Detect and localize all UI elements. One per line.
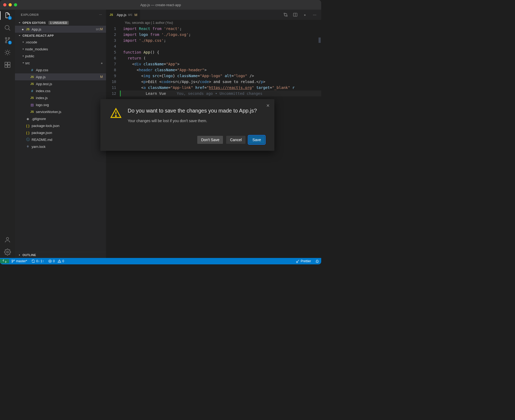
code-line: function App() { <box>120 49 321 55</box>
activity-extensions[interactable] <box>4 61 11 69</box>
scm-badge: 1 <box>8 41 12 44</box>
svg-point-12 <box>284 13 285 14</box>
tree-folder[interactable]: src● <box>15 59 106 66</box>
code-line: import logo from './logo.svg'; <box>120 32 321 38</box>
svg-point-2 <box>8 38 10 39</box>
activity-debug[interactable] <box>4 49 11 56</box>
tab-more[interactable]: ⋯ <box>312 12 317 18</box>
open-editor-name: App.js <box>32 27 94 31</box>
line-number: 9 <box>106 73 116 79</box>
sync-status[interactable]: 0↓ 1↑ <box>29 259 46 263</box>
modified-badge: M <box>100 75 103 79</box>
svg-point-11 <box>7 251 9 253</box>
activity-search[interactable] <box>4 24 11 32</box>
line-number: 2 <box>106 32 116 38</box>
line-number: 12 <box>106 91 116 96</box>
code-line: import React from 'react'; <box>120 26 321 32</box>
sync-icon <box>31 259 35 263</box>
tree-file[interactable]: JSApp.jsM <box>15 73 106 80</box>
tree-file[interactable]: JSindex.js <box>15 94 106 101</box>
save-dialog: Do you want to save the changes you made… <box>100 99 274 151</box>
chevron-down-icon <box>21 61 25 65</box>
svg-point-0 <box>5 25 9 29</box>
code-line: return ( <box>120 55 321 61</box>
remote-icon <box>2 259 7 263</box>
line-number: 6 <box>106 55 116 61</box>
outline-label: OUTLINE <box>22 253 36 257</box>
line-number: 11 <box>106 85 116 91</box>
tree-folder[interactable]: .vscode <box>15 39 106 46</box>
tab-dirty-indicator[interactable]: ● <box>302 12 308 18</box>
tree-label: index.js <box>36 96 103 100</box>
tree-file[interactable]: JSApp.test.js <box>15 80 106 87</box>
close-icon <box>266 104 270 107</box>
line-number: 4 <box>106 43 116 49</box>
open-editor-item[interactable]: ●JSApp.jssrcM <box>15 26 106 33</box>
code-line: <a className="App-link" href="https://re… <box>120 85 321 91</box>
dont-save-button[interactable]: Don't Save <box>197 136 223 144</box>
js-icon: JS <box>25 28 31 31</box>
tree-file[interactable]: #App.css <box>15 66 106 73</box>
project-name: CREATE-REACT-APP <box>22 34 54 37</box>
js-icon: JS <box>110 13 113 16</box>
open-editors-header[interactable]: OPEN EDITORS 1 UNSAVED <box>15 20 106 26</box>
tree-file[interactable]: ⓘREADME.md <box>15 136 106 143</box>
activity-account[interactable] <box>4 236 11 243</box>
tree-file[interactable]: { }package-lock.json <box>15 122 106 129</box>
activity-explorer[interactable]: 1 <box>4 12 11 19</box>
tree-folder[interactable]: public <box>15 52 106 59</box>
code-line: <img src={logo} className="App-logo" alt… <box>120 73 321 79</box>
tree-label: public <box>25 54 103 58</box>
notifications[interactable] <box>313 259 321 263</box>
svg-point-23 <box>59 262 59 262</box>
svg-rect-9 <box>8 62 10 65</box>
prettier-status[interactable]: Prettier <box>294 259 313 263</box>
sidebar-more[interactable]: ⋯ <box>99 13 102 17</box>
css-icon: # <box>29 68 35 72</box>
tree-file[interactable]: ◈.gitignore <box>15 115 106 122</box>
compare-changes-button[interactable] <box>283 12 289 18</box>
tree-label: index.css <box>36 89 103 93</box>
problems[interactable]: 0 0 <box>46 259 66 263</box>
js-icon: JS <box>29 82 35 85</box>
split-editor-button[interactable] <box>292 12 298 18</box>
tree-label: serviceWorker.js <box>36 110 103 114</box>
editor-tab-appjs[interactable]: JS App.js src M <box>106 10 140 20</box>
json-icon: { } <box>25 131 31 135</box>
cancel-button[interactable]: Cancel <box>226 136 245 144</box>
activity-settings[interactable] <box>4 248 11 256</box>
activity-scm[interactable]: 1 <box>4 36 11 44</box>
blame-header: You, seconds ago | 1 author (You) <box>106 20 321 26</box>
tab-modified: M <box>134 13 137 17</box>
account-icon <box>4 236 11 243</box>
remote-indicator[interactable] <box>0 259 9 263</box>
tree-file[interactable]: #index.css <box>15 87 106 94</box>
outline-header[interactable]: OUTLINE <box>15 252 106 258</box>
prettier-label: Prettier <box>301 259 311 263</box>
dialog-close-button[interactable] <box>265 102 271 109</box>
chevron-right-icon <box>21 54 25 58</box>
dialog-subtitle: Your changes will be lost if you don't s… <box>128 119 257 123</box>
tree-folder[interactable]: node_modules <box>15 46 106 52</box>
svg-point-10 <box>6 237 9 240</box>
tree-label: App.test.js <box>36 82 103 86</box>
project-header[interactable]: CREATE-REACT-APP <box>15 33 106 39</box>
svg-point-18 <box>12 262 13 262</box>
minimap-cursor <box>319 38 321 43</box>
tree-file[interactable]: { }package.json <box>15 129 106 136</box>
search-icon <box>4 24 11 31</box>
warning-count: 0 <box>62 259 64 263</box>
diff-gutter-bar <box>120 91 121 96</box>
svg-point-27 <box>115 115 116 116</box>
git-branch[interactable]: master* <box>9 259 29 263</box>
line-number: 7 <box>106 61 116 67</box>
tree-file[interactable]: JSserviceWorker.js <box>15 108 106 115</box>
tree-file[interactable]: ⚘yarn.lock <box>15 143 106 150</box>
code-line <box>120 43 321 49</box>
tab-filepath: src <box>128 13 132 17</box>
code-line: import './App.css'; <box>120 38 321 43</box>
save-button[interactable]: Save <box>249 136 265 144</box>
file-tree: .vscodenode_modulespublicsrc●#App.cssJSA… <box>15 39 106 252</box>
svg-line-1 <box>9 29 10 30</box>
tree-file[interactable]: ▧logo.svg <box>15 101 106 108</box>
